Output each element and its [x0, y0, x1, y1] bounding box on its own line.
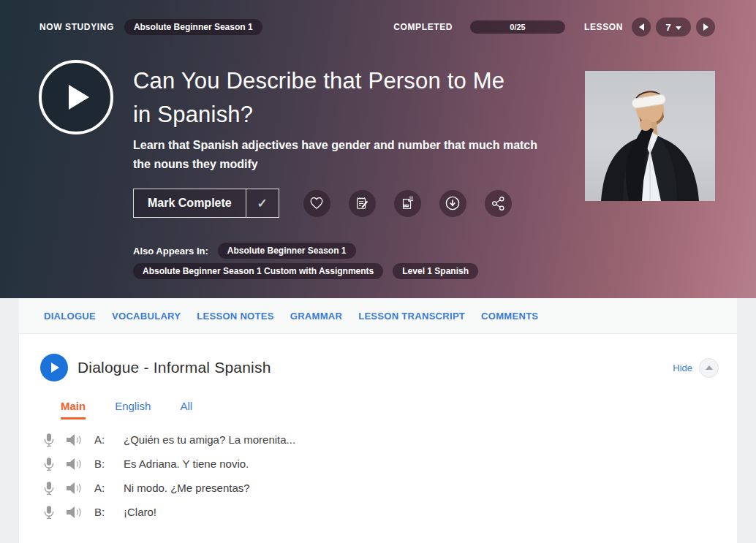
record-button[interactable] — [44, 481, 54, 495]
subtab-english[interactable]: English — [115, 400, 151, 419]
previous-lesson-button[interactable] — [632, 18, 651, 37]
microphone-icon — [44, 457, 54, 471]
tab-lesson-notes[interactable]: LESSON NOTES — [197, 311, 273, 322]
also-appears-section: Also Appears In: Absolute Beginner Seaso… — [133, 243, 557, 279]
subtab-all[interactable]: All — [180, 400, 192, 419]
audio-play-button[interactable] — [67, 434, 83, 446]
mark-complete-label: Mark Complete — [134, 189, 246, 217]
speaker-letter: B: — [94, 506, 124, 518]
arrow-left-icon — [639, 23, 644, 31]
also-appears-label: Also Appears In: — [133, 246, 208, 257]
tab-grammar[interactable]: GRAMMAR — [290, 311, 342, 322]
audio-play-button[interactable] — [67, 482, 83, 494]
lesson-title: Can You Describe that Person to Mein Spa… — [133, 64, 572, 132]
arrow-right-icon — [703, 23, 708, 31]
next-lesson-button[interactable] — [696, 18, 715, 37]
series-badge[interactable]: Absolute Beginner Season 1 Custom with A… — [133, 263, 383, 279]
blindfolded-man-image — [585, 71, 715, 201]
record-button[interactable] — [44, 505, 54, 520]
top-bar: NOW STUDYING Absolute Beginner Season 1 … — [39, 18, 715, 37]
lesson-play-button[interactable] — [39, 60, 113, 134]
lesson-subtitle: Learn that Spanish adjectives have gende… — [133, 136, 553, 174]
dialogue-title: Dialogue - Informal Spanish — [78, 359, 271, 376]
svg-text:PDF: PDF — [404, 204, 409, 207]
completed-label: COMPLETED — [393, 22, 453, 32]
chevron-up-icon — [706, 365, 713, 370]
lesson-number-dropdown[interactable]: 7 — [656, 18, 691, 37]
record-button[interactable] — [44, 433, 54, 447]
dialogue-text: ¿Quién es tu amiga? La morenita... — [124, 433, 295, 446]
play-icon — [51, 362, 59, 373]
lesson-number: 7 — [665, 22, 670, 33]
speaker-letter: B: — [94, 457, 124, 470]
download-button[interactable] — [439, 190, 466, 217]
share-icon — [491, 196, 505, 211]
microphone-icon — [44, 481, 54, 495]
lesson-tab-bar: DIALOGUE VOCABULARY LESSON NOTES GRAMMAR… — [19, 298, 737, 334]
lesson-actions: Mark Complete ✓ — [133, 189, 572, 218]
pdf-button[interactable]: PDF — [394, 190, 421, 217]
dialogue-lines: A: ¿Quién es tu amiga? La morenita... — [40, 428, 719, 524]
dialogue-section: Dialogue - Informal Spanish Hide Main En… — [19, 334, 737, 543]
tab-vocabulary[interactable]: VOCABULARY — [112, 311, 181, 322]
speaker-letter: A: — [94, 482, 124, 494]
audio-play-button[interactable] — [67, 506, 83, 518]
speaker-letter: A: — [94, 433, 124, 446]
speaker-icon — [67, 506, 83, 518]
dialogue-text: Es Adriana. Y tiene novio. — [124, 457, 249, 470]
dialogue-text: ¡Claro! — [124, 506, 156, 518]
play-icon — [69, 85, 89, 110]
microphone-icon — [44, 433, 54, 447]
subtab-main[interactable]: Main — [61, 400, 86, 419]
notepad-icon — [355, 196, 369, 210]
tab-dialogue[interactable]: DIALOGUE — [44, 311, 96, 322]
notes-button[interactable] — [349, 190, 376, 217]
hero-text-block: Can You Describe that Person to Mein Spa… — [133, 61, 572, 279]
series-badge[interactable]: Absolute Beginner Season 1 — [218, 243, 356, 259]
speaker-icon — [67, 458, 83, 470]
lesson-label: LESSON — [584, 22, 623, 32]
tab-comments[interactable]: COMMENTS — [481, 311, 538, 322]
completed-progress: 0/25 — [470, 20, 565, 34]
action-icon-row: PDF — [303, 190, 512, 217]
now-studying-label: NOW STUDYING — [39, 22, 114, 32]
dialogue-line: B: ¡Claro! — [40, 500, 719, 524]
heart-icon — [309, 197, 324, 210]
share-button[interactable] — [485, 190, 512, 217]
dialogue-subtabs: Main English All — [61, 400, 719, 419]
collapse-button[interactable] — [699, 358, 719, 378]
series-badge[interactable]: Level 1 Spanish — [393, 263, 478, 279]
pdf-icon: PDF — [400, 196, 415, 210]
progress-lesson-group: COMPLETED 0/25 LESSON 7 — [393, 18, 715, 37]
speaker-icon — [67, 434, 83, 446]
now-studying-badge[interactable]: Absolute Beginner Season 1 — [124, 19, 262, 35]
dialogue-line: A: ¿Quién es tu amiga? La morenita... — [40, 428, 719, 452]
tab-lesson-transcript[interactable]: LESSON TRANSCRIPT — [358, 311, 465, 322]
dialogue-line: A: Ni modo. ¿Me presentas? — [40, 476, 719, 500]
lesson-hero: NOW STUDYING Absolute Beginner Season 1 … — [0, 0, 756, 298]
lesson-page: NOW STUDYING Absolute Beginner Season 1 … — [0, 0, 756, 543]
record-button[interactable] — [44, 457, 54, 471]
hide-link[interactable]: Hide — [673, 362, 692, 373]
dialogue-text: Ni modo. ¿Me presentas? — [124, 482, 250, 494]
now-studying-group: NOW STUDYING Absolute Beginner Season 1 — [39, 19, 262, 35]
mark-complete-button[interactable]: Mark Complete ✓ — [133, 189, 279, 218]
hide-controls: Hide — [673, 358, 719, 378]
checkmark-icon: ✓ — [246, 189, 279, 217]
dialogue-line: B: Es Adriana. Y tiene novio. — [40, 452, 719, 476]
favorite-button[interactable] — [303, 190, 330, 217]
chevron-down-icon — [676, 26, 681, 30]
dialogue-header: Dialogue - Informal Spanish Hide — [40, 354, 719, 381]
speaker-icon — [67, 482, 83, 494]
dialogue-play-button[interactable] — [40, 354, 68, 381]
lesson-photo — [585, 71, 715, 201]
audio-play-button[interactable] — [67, 458, 83, 470]
microphone-icon — [44, 505, 54, 520]
download-icon — [445, 195, 461, 211]
